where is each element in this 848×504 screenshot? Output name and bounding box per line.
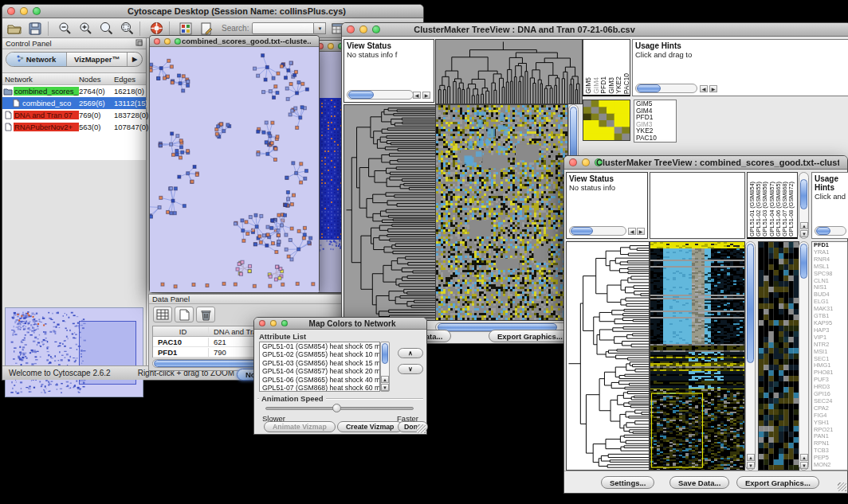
- animate-vizmap-label: Animate Vizmap: [273, 423, 327, 431]
- tv1-row-dendrogram-canvas[interactable]: [344, 104, 436, 321]
- create-vizmap-button[interactable]: Create Vizmap: [337, 421, 402, 432]
- treeview2-titlebar[interactable]: ClusterMaker TreeView : combined_scores_…: [564, 156, 847, 170]
- network-table-row[interactable]: combined_sco2569(6)13112(15): [2, 97, 146, 109]
- attribute-list-vscrollbar[interactable]: ▲ ▼: [380, 342, 390, 392]
- network-view-canvas[interactable]: [150, 47, 319, 292]
- resize-grip[interactable]: [417, 424, 426, 433]
- col-nodes[interactable]: Nodes: [79, 75, 114, 84]
- move-down-button[interactable]: ∨: [398, 364, 423, 374]
- scroll-up-icon[interactable]: ▲: [747, 454, 755, 461]
- network-table-row[interactable]: DNA and Tran 07769(0)183728(0): [2, 109, 146, 121]
- annotate-icon[interactable]: [198, 21, 215, 37]
- tab-vizmapper[interactable]: VizMapper™: [67, 53, 128, 66]
- tv2-column-dendrogram-area[interactable]: [650, 172, 745, 239]
- scroll-down-icon[interactable]: ▼: [800, 462, 808, 469]
- tv2-collabel-vscrollbar[interactable]: ▲ ▼: [799, 172, 809, 239]
- col-edges[interactable]: Edges: [114, 75, 146, 84]
- tv2-heatmap-vscrollbar[interactable]: ▲ ▼: [745, 241, 756, 471]
- resize-grip[interactable]: [838, 483, 846, 491]
- cytoscape-titlebar[interactable]: Cytoscape Desktop (Session Name: collins…: [2, 5, 423, 18]
- col-network[interactable]: Network: [2, 75, 79, 84]
- vizmapper-icon[interactable]: [177, 21, 194, 37]
- search-input[interactable]: [252, 22, 314, 34]
- create-attribute-icon[interactable]: [175, 307, 194, 322]
- attribute-list-item[interactable]: GPL51-01 (GSM854) heat shock 05 min: [260, 342, 379, 350]
- file-icon: [2, 111, 14, 119]
- zoom-fit-icon[interactable]: [118, 21, 135, 37]
- scroll-left-icon[interactable]: ◀: [413, 92, 421, 99]
- minimize-icon[interactable]: [328, 43, 334, 49]
- usage-hints-hscrollbar[interactable]: [635, 84, 697, 93]
- tab-network[interactable]: Network: [6, 53, 67, 66]
- view-status-hscrollbar[interactable]: [569, 226, 626, 236]
- attribute-listbox[interactable]: GPL51-01 (GSM854) heat shock 05 minGPL51…: [259, 342, 380, 392]
- tv1-column-labels: GIM5GIM4PFD1GIM3YKE2PAC10: [583, 39, 630, 96]
- scroll-up-icon[interactable]: ▲: [800, 454, 808, 461]
- tv1-heatmap-canvas[interactable]: [435, 104, 568, 321]
- zoom-window-icon[interactable]: [33, 7, 41, 15]
- export-graphics-button[interactable]: Export Graphics...: [489, 330, 571, 342]
- export-graphics-button[interactable]: Export Graphics...: [736, 476, 819, 489]
- network-table-row[interactable]: RNAPuberNov2+563(0)107847(0): [2, 121, 146, 133]
- view-status-hscrollbar[interactable]: [347, 90, 414, 100]
- save-icon[interactable]: [26, 21, 44, 37]
- help-icon[interactable]: [147, 21, 165, 37]
- dialog-titlebar[interactable]: Map Colors to Network: [254, 318, 426, 330]
- move-up-button[interactable]: ∧: [398, 348, 423, 358]
- usage-hints-title: Usage Hints: [633, 40, 848, 50]
- delete-attribute-icon[interactable]: [196, 307, 215, 322]
- view-status-text: No status info f: [344, 50, 434, 59]
- scroll-right-icon[interactable]: ▶: [422, 92, 430, 99]
- zoom-in-icon[interactable]: [77, 21, 94, 37]
- attribute-list-item[interactable]: GPL51-04 (GSM857) heat shock 20 min: [260, 367, 379, 375]
- scroll-right-icon[interactable]: ▶: [637, 228, 645, 235]
- scroll-left-icon[interactable]: ◀: [700, 85, 708, 92]
- attribute-list-item[interactable]: GPL51-07 (GSM868) heat shock 60 min: [260, 384, 379, 392]
- scroll-left-icon[interactable]: ◀: [628, 228, 636, 235]
- col-id[interactable]: ID: [153, 327, 209, 336]
- zoom-selected-icon[interactable]: [97, 21, 115, 37]
- minimize-icon[interactable]: [582, 158, 590, 166]
- tab-overflow-button[interactable]: ▶: [128, 53, 142, 66]
- close-icon[interactable]: [154, 38, 160, 45]
- close-icon[interactable]: [7, 7, 15, 15]
- tv1-column-dendrogram-canvas[interactable]: [435, 39, 583, 104]
- search-combobox[interactable]: ▼: [252, 22, 326, 34]
- gene-label[interactable]: PAC10: [634, 135, 676, 142]
- scroll-up-icon[interactable]: ▲: [800, 222, 808, 229]
- tv1-summary-matrix-canvas[interactable]: [583, 100, 630, 141]
- chevron-down-icon[interactable]: ▼: [314, 22, 326, 34]
- minimize-icon[interactable]: [20, 7, 28, 15]
- treeview1-titlebar[interactable]: ClusterMaker TreeView : DNA and Tran 07-…: [342, 23, 848, 37]
- scroll-up-icon[interactable]: ▲: [381, 376, 389, 383]
- zoom-window-icon[interactable]: [175, 38, 181, 45]
- network-window-titlebar[interactable]: combined_scores_good.txt--cluste...: [150, 36, 319, 47]
- tv2-zoom-vscrollbar[interactable]: ▲ ▼: [799, 241, 809, 471]
- save-data-button[interactable]: Save Data...: [669, 476, 729, 489]
- scroll-right-icon[interactable]: ▶: [709, 85, 717, 92]
- gene-label[interactable]: MON2: [812, 462, 847, 469]
- scroll-down-icon[interactable]: ▼: [381, 384, 389, 391]
- attribute-list-item[interactable]: GPL51-03 (GSM856) heat shock 15 min: [260, 359, 379, 367]
- animate-vizmap-button[interactable]: Animate Vizmap: [264, 421, 336, 432]
- scroll-down-icon[interactable]: ▼: [800, 230, 808, 237]
- slider-thumb[interactable]: [332, 404, 341, 412]
- tv2-row-dendrogram-canvas[interactable]: [566, 241, 650, 471]
- settings-button[interactable]: Settings...: [601, 476, 654, 489]
- tv2-heatmap-canvas[interactable]: [650, 241, 745, 471]
- open-file-icon[interactable]: [6, 21, 23, 37]
- attribute-table-icon[interactable]: [153, 307, 172, 322]
- attribute-list-item[interactable]: GPL51-06 (GSM865) heat shock 40 min: [260, 376, 379, 384]
- usage-hints-hscrollbar[interactable]: [815, 226, 846, 236]
- birds-eye-view-canvas[interactable]: [5, 307, 143, 397]
- float-panel-icon[interactable]: [135, 39, 143, 48]
- network-table-row[interactable]: combined_scores_2764(0)16218(0): [2, 85, 146, 97]
- tv2-zoom-heatmap-canvas[interactable]: [758, 241, 799, 471]
- close-icon[interactable]: [259, 320, 265, 326]
- attribute-list-item[interactable]: GPL51-02 (GSM855) heat shock 10 min: [260, 350, 379, 358]
- zoom-out-icon[interactable]: [56, 21, 73, 37]
- minimize-icon[interactable]: [270, 320, 277, 326]
- close-icon[interactable]: [569, 158, 577, 166]
- minimize-icon[interactable]: [164, 38, 171, 45]
- scroll-down-icon[interactable]: ▼: [747, 462, 755, 469]
